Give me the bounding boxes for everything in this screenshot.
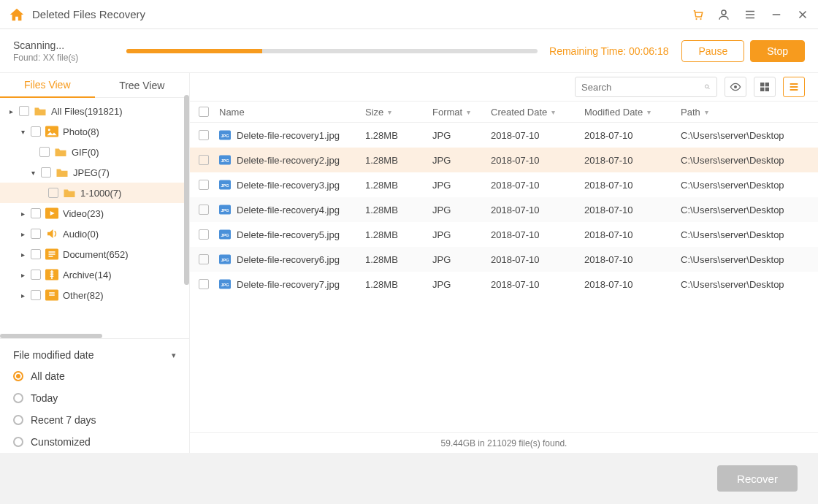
row-checkbox[interactable] bbox=[199, 229, 209, 240]
close-icon[interactable] bbox=[796, 8, 809, 21]
svg-point-2 bbox=[722, 10, 726, 15]
filter-today[interactable]: Today bbox=[13, 387, 176, 409]
tree-other[interactable]: ▸ Other(82) bbox=[0, 285, 189, 305]
file-icon bbox=[45, 289, 58, 301]
tree-gif[interactable]: GIF(0) bbox=[0, 142, 189, 162]
jpg-file-icon: JPG bbox=[219, 180, 231, 190]
pause-button[interactable]: Pause bbox=[681, 40, 744, 62]
col-path[interactable]: Path▾ bbox=[681, 107, 818, 118]
tree-audio[interactable]: ▸ Audio(0) bbox=[0, 224, 189, 244]
checkbox[interactable] bbox=[31, 270, 41, 280]
menu-icon[interactable] bbox=[744, 8, 757, 21]
svg-point-1 bbox=[700, 18, 701, 19]
list-view-button[interactable] bbox=[783, 77, 805, 97]
tree-video[interactable]: ▸ Video(23) bbox=[0, 203, 189, 224]
search-icon[interactable] bbox=[704, 81, 711, 93]
row-checkbox[interactable] bbox=[199, 279, 209, 289]
file-created: 2018-07-10 bbox=[491, 279, 584, 290]
radio-icon[interactable] bbox=[13, 371, 23, 381]
filter-all-date[interactable]: All date bbox=[13, 365, 176, 387]
filter-header[interactable]: File modified date ▾ bbox=[13, 345, 176, 365]
tree-range-selected[interactable]: 1-1000(7) bbox=[0, 183, 189, 203]
search-input[interactable] bbox=[581, 82, 704, 93]
footer: Recover bbox=[0, 453, 818, 504]
recover-button[interactable]: Recover bbox=[717, 465, 798, 492]
minimize-icon[interactable] bbox=[770, 8, 783, 21]
checkbox[interactable] bbox=[31, 126, 41, 137]
table-row[interactable]: JPGDelete-file-recovery1.jpg1.28MBJPG201… bbox=[190, 123, 818, 148]
table-row[interactable]: JPGDelete-file-recovery2.jpg1.28MBJPG201… bbox=[190, 148, 818, 172]
col-created[interactable]: Created Date▾ bbox=[491, 107, 584, 118]
chevron-right-icon[interactable]: ▸ bbox=[19, 251, 26, 259]
file-modified: 2018-07-10 bbox=[584, 254, 681, 265]
scan-bar: Scanning... Found: XX file(s) Remaining … bbox=[0, 29, 818, 73]
chevron-down-icon[interactable]: ▾ bbox=[29, 169, 37, 177]
file-tree: ▸ All Files(191821) ▾ Photo(8) GIF(0) ▾ bbox=[0, 98, 189, 328]
search-box[interactable] bbox=[575, 77, 717, 97]
table-row[interactable]: JPGDelete-file-recovery4.jpg1.28MBJPG201… bbox=[190, 197, 818, 222]
col-name[interactable]: Name bbox=[219, 107, 365, 118]
col-modified[interactable]: Modified Date▾ bbox=[584, 107, 681, 118]
folder-icon bbox=[54, 146, 67, 158]
file-format: JPG bbox=[432, 279, 491, 290]
sidebar: Files View Tree View ▸ All Files(191821)… bbox=[0, 73, 190, 453]
home-icon[interactable] bbox=[9, 7, 25, 23]
select-all-checkbox[interactable] bbox=[199, 107, 209, 117]
list-icon bbox=[788, 81, 800, 93]
filter-customized[interactable]: Cunstomized bbox=[13, 431, 176, 453]
chevron-right-icon[interactable]: ▸ bbox=[19, 291, 26, 299]
svg-text:JPG: JPG bbox=[221, 208, 229, 213]
table-row[interactable]: JPGDelete-file-recovery3.jpg1.28MBJPG201… bbox=[190, 172, 818, 197]
checkbox[interactable] bbox=[19, 106, 29, 116]
file-created: 2018-07-10 bbox=[491, 155, 584, 166]
user-icon[interactable] bbox=[717, 8, 730, 21]
content-toolbar bbox=[190, 73, 818, 101]
radio-icon[interactable] bbox=[13, 415, 23, 425]
stop-button[interactable]: Stop bbox=[750, 40, 805, 62]
grid-view-button[interactable] bbox=[754, 77, 776, 97]
checkbox[interactable] bbox=[39, 147, 50, 157]
chevron-right-icon[interactable]: ▸ bbox=[19, 210, 26, 218]
chevron-right-icon[interactable]: ▸ bbox=[7, 107, 15, 115]
row-checkbox[interactable] bbox=[199, 180, 209, 190]
checkbox[interactable] bbox=[41, 167, 51, 177]
radio-icon[interactable] bbox=[13, 437, 23, 447]
tree-all-files[interactable]: ▸ All Files(191821) bbox=[0, 101, 189, 121]
tab-tree-view[interactable]: Tree View bbox=[95, 73, 190, 98]
chevron-right-icon[interactable]: ▸ bbox=[19, 271, 26, 279]
file-format: JPG bbox=[432, 205, 491, 215]
chevron-down-icon[interactable]: ▾ bbox=[19, 128, 26, 136]
tree-jpeg[interactable]: ▾ JPEG(7) bbox=[0, 162, 189, 183]
checkbox[interactable] bbox=[31, 208, 41, 218]
tree-photo[interactable]: ▾ Photo(8) bbox=[0, 121, 189, 142]
row-checkbox[interactable] bbox=[199, 254, 209, 264]
chevron-right-icon[interactable]: ▸ bbox=[19, 230, 26, 238]
checkbox[interactable] bbox=[31, 249, 41, 259]
tab-files-view[interactable]: Files View bbox=[0, 73, 95, 98]
tree-archive[interactable]: ▸ Archive(14) bbox=[0, 264, 189, 285]
radio-icon[interactable] bbox=[13, 393, 23, 403]
row-checkbox[interactable] bbox=[199, 130, 209, 140]
preview-button[interactable] bbox=[725, 77, 746, 97]
row-checkbox[interactable] bbox=[199, 155, 209, 165]
row-checkbox[interactable] bbox=[199, 205, 209, 215]
cart-icon[interactable] bbox=[691, 8, 704, 21]
checkbox[interactable] bbox=[31, 229, 41, 239]
file-modified: 2018-07-10 bbox=[584, 279, 681, 290]
table-row[interactable]: JPGDelete-file-recovery7.jpg1.28MBJPG201… bbox=[190, 272, 818, 297]
sidebar-scrollbar[interactable] bbox=[184, 95, 189, 285]
col-size[interactable]: Size▾ bbox=[365, 107, 432, 118]
file-modified: 2018-07-10 bbox=[584, 130, 681, 141]
file-name: Delete-file-recovery5.jpg bbox=[237, 229, 340, 240]
tree-document[interactable]: ▸ Document(652) bbox=[0, 244, 189, 264]
filter-section: File modified date ▾ All date Today Rece… bbox=[0, 338, 189, 453]
filter-recent7[interactable]: Recent 7 days bbox=[13, 409, 176, 431]
jpg-file-icon: JPG bbox=[219, 155, 231, 165]
table-row[interactable]: JPGDelete-file-recovery5.jpg1.28MBJPG201… bbox=[190, 222, 818, 247]
file-created: 2018-07-10 bbox=[491, 205, 584, 215]
col-format[interactable]: Format▾ bbox=[432, 107, 491, 118]
checkbox[interactable] bbox=[31, 290, 41, 300]
file-modified: 2018-07-10 bbox=[584, 180, 681, 191]
table-row[interactable]: JPGDelete-file-recovery6.jpg1.28MBJPG201… bbox=[190, 247, 818, 272]
checkbox[interactable] bbox=[48, 188, 58, 198]
